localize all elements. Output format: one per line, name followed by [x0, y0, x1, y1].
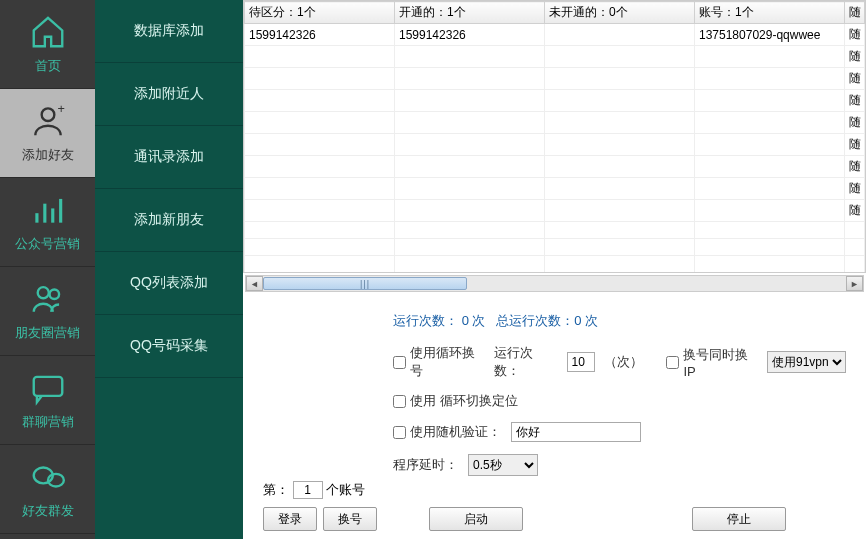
switch-ip-checkbox-label[interactable]: 换号同时换IP — [666, 346, 757, 379]
loop-switch-checkbox-label[interactable]: 使用循环换号 — [393, 344, 485, 380]
sidebar-label: 朋友圈营销 — [15, 324, 80, 342]
sub-contacts[interactable]: 通讯录添加 — [95, 126, 243, 189]
vpn-select[interactable]: 使用91vpn — [767, 351, 846, 373]
account-index-line: 第： 个账号 — [263, 481, 846, 499]
table-row[interactable] — [245, 273, 865, 274]
random-verify-checkbox[interactable] — [393, 426, 406, 439]
svg-point-6 — [37, 287, 48, 298]
loop-locate-checkbox[interactable] — [393, 395, 406, 408]
home-icon — [29, 13, 67, 51]
people-icon — [29, 280, 67, 318]
sub-qq-collect[interactable]: QQ号码采集 — [95, 315, 243, 378]
add-friend-icon: + — [29, 102, 67, 140]
sidebar-main-moments[interactable]: 朋友圈营销 — [0, 267, 95, 356]
random-verify-input[interactable] — [511, 422, 641, 442]
run-times-input[interactable] — [567, 352, 595, 372]
switch-ip-checkbox[interactable] — [666, 356, 679, 369]
sidebar-label: 首页 — [35, 57, 61, 75]
scrollbar-track[interactable]: ||| — [263, 276, 846, 291]
table-row[interactable]: 随 — [245, 46, 865, 68]
th-opened[interactable]: 开通的：1个 — [395, 2, 545, 24]
sidebar-main-broadcast[interactable]: 好友群发 — [0, 445, 95, 534]
sidebar-label: 群聊营销 — [22, 413, 74, 431]
stop-button[interactable]: 停止 — [692, 507, 786, 531]
loop-locate-checkbox-label[interactable]: 使用 循环切换定位 — [393, 392, 518, 410]
bars-icon — [29, 191, 67, 229]
sidebar-label: 公众号营销 — [15, 235, 80, 253]
sidebar-main-add-friend[interactable]: + 添加好友 — [0, 89, 95, 178]
horizontal-scrollbar[interactable]: ◄ ||| ► — [245, 275, 864, 292]
th-account[interactable]: 账号：1个 — [695, 2, 845, 24]
table-row[interactable]: 1599142326 1599142326 13751807029-qqwwee… — [245, 24, 865, 46]
data-table-container: 待区分：1个 开通的：1个 未开通的：0个 账号：1个 随 1599142326… — [243, 0, 866, 273]
th-pending[interactable]: 待区分：1个 — [245, 2, 395, 24]
sub-new-friend[interactable]: 添加新朋友 — [95, 189, 243, 252]
table-row[interactable] — [245, 239, 865, 256]
scroll-left-arrow[interactable]: ◄ — [246, 276, 263, 291]
svg-rect-8 — [33, 377, 62, 396]
scroll-right-arrow[interactable]: ► — [846, 276, 863, 291]
switch-button[interactable]: 换号 — [323, 507, 377, 531]
delay-select[interactable]: 0.5秒 — [468, 454, 538, 476]
svg-point-7 — [49, 290, 59, 300]
controls-panel: 运行次数： 0 次 总运行次数：0 次 使用循环换号 运行次数： （次） 换号同… — [243, 294, 866, 539]
table-row[interactable] — [245, 256, 865, 273]
data-table: 待区分：1个 开通的：1个 未开通的：0个 账号：1个 随 1599142326… — [244, 1, 865, 273]
login-button[interactable]: 登录 — [263, 507, 317, 531]
run-times-unit: （次） — [604, 353, 643, 371]
loop-switch-checkbox[interactable] — [393, 356, 406, 369]
table-row[interactable]: 随 — [245, 156, 865, 178]
sub-nearby[interactable]: 添加附近人 — [95, 63, 243, 126]
stats-line: 运行次数： 0 次 总运行次数：0 次 — [393, 312, 846, 330]
table-row[interactable]: 随 — [245, 178, 865, 200]
sidebar-main-public[interactable]: 公众号营销 — [0, 178, 95, 267]
account-index-input[interactable] — [293, 481, 323, 499]
sub-db-add[interactable]: 数据库添加 — [95, 0, 243, 63]
sidebar-main-groupchat[interactable]: 群聊营销 — [0, 356, 95, 445]
scrollbar-thumb[interactable]: ||| — [263, 277, 467, 290]
start-button[interactable]: 启动 — [429, 507, 523, 531]
bubbles-icon — [29, 458, 67, 496]
table-row[interactable]: 随 — [245, 112, 865, 134]
sidebar-main: 首页 + 添加好友 公众号营销 朋友圈营销 群聊营销 好友群发 — [0, 0, 95, 539]
delay-label: 程序延时： — [393, 456, 458, 474]
svg-text:+: + — [57, 102, 64, 116]
table-row[interactable]: 随 — [245, 90, 865, 112]
table-row[interactable] — [245, 222, 865, 239]
th-not-opened[interactable]: 未开通的：0个 — [545, 2, 695, 24]
run-times-label: 运行次数： — [494, 344, 557, 380]
sidebar-label: 好友群发 — [22, 502, 74, 520]
svg-point-0 — [41, 108, 54, 121]
main-area: 待区分：1个 开通的：1个 未开通的：0个 账号：1个 随 1599142326… — [243, 0, 866, 539]
random-verify-checkbox-label[interactable]: 使用随机验证： — [393, 423, 501, 441]
table-row[interactable]: 随 — [245, 134, 865, 156]
sidebar-label: 添加好友 — [22, 146, 74, 164]
table-row[interactable]: 随 — [245, 200, 865, 222]
table-row[interactable]: 随 — [245, 68, 865, 90]
scrollbar-grip-icon: ||| — [360, 279, 370, 289]
th-extra[interactable]: 随 — [845, 2, 865, 24]
sub-qq-list[interactable]: QQ列表添加 — [95, 252, 243, 315]
chat-icon — [29, 369, 67, 407]
sidebar-main-home[interactable]: 首页 — [0, 0, 95, 89]
sidebar-sub: 数据库添加 添加附近人 通讯录添加 添加新朋友 QQ列表添加 QQ号码采集 — [95, 0, 243, 539]
